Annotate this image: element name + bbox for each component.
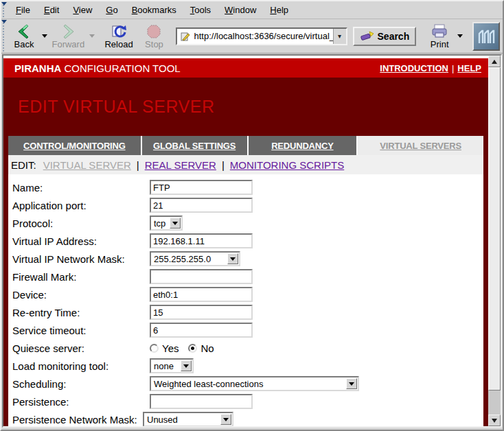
radio-circle-icon — [150, 344, 159, 353]
protocol-value: tcp — [151, 218, 170, 229]
form-row-scheduling: Scheduling: Weighted least-connections — [12, 375, 483, 393]
device-label: Device: — [12, 289, 150, 301]
menu-help[interactable]: Help — [263, 2, 295, 18]
toolbar-grippy[interactable] — [1, 1, 8, 19]
subnav-monitoring-scripts-link[interactable]: MONITORING SCRIPTS — [230, 159, 344, 171]
print-label: Print — [431, 40, 449, 49]
introduction-link[interactable]: INTRODUCTION — [380, 63, 448, 73]
url-dropdown-icon[interactable]: ▾ — [333, 29, 346, 44]
brand-primary: PIRANHA — [14, 62, 61, 74]
subnav-separator: | — [222, 159, 225, 171]
subnav-separator: | — [137, 159, 139, 171]
virtual-ip-mask-value: 255.255.255.0 — [151, 254, 227, 264]
forward-button[interactable]: Forward — [50, 21, 87, 52]
form-row-firewall-mark: Firewall Mark: — [12, 268, 483, 286]
scroll-up-button[interactable] — [488, 56, 501, 67]
reentry-time-label: Re-entry Time: — [12, 307, 150, 318]
quiesce-no-label: No — [201, 342, 214, 354]
persistence-mask-label: Persistence Network Mask: — [12, 414, 150, 426]
dropdown-arrow-icon — [170, 218, 181, 229]
content-band: CONTROL/MONITORING GLOBAL SETTINGS REDUN… — [3, 136, 488, 426]
quiesce-radio-group: Yes No — [150, 342, 220, 354]
vertical-scrollbar[interactable] — [488, 56, 501, 426]
quiesce-server-label: Quiesce server: — [12, 342, 150, 354]
firewall-mark-input[interactable] — [150, 269, 253, 284]
scheduling-select[interactable]: Weighted least-connections — [150, 376, 359, 391]
stop-icon — [145, 23, 163, 40]
tab-virtual-servers[interactable]: VIRTUAL SERVERS — [358, 136, 483, 155]
form-row-virtual-ip-mask: Virtual IP Network Mask: 255.255.255.0 — [12, 250, 483, 268]
virtual-ip-mask-select[interactable]: 255.255.255.0 — [150, 251, 240, 266]
page-title: EDIT VIRTUAL SERVER — [18, 97, 488, 117]
menu-view[interactable]: View — [66, 2, 99, 18]
load-monitoring-label: Load monitoring tool: — [12, 360, 150, 372]
tab-redundancy[interactable]: REDUNDANCY — [249, 136, 357, 155]
print-dropdown-icon[interactable] — [457, 34, 463, 38]
reentry-time-input[interactable] — [150, 305, 253, 320]
form-row-service-timeout: Service timeout: — [12, 321, 483, 339]
header-separator: | — [452, 63, 454, 73]
persistence-mask-value: Unused — [144, 415, 220, 425]
name-input[interactable] — [150, 180, 253, 195]
form-row-protocol: Protocol: tcp — [12, 214, 483, 232]
persistence-input[interactable] — [150, 394, 253, 409]
url-bar[interactable]: ▾ — [176, 27, 347, 45]
scrollbar-track[interactable] — [488, 67, 501, 415]
virtual-ip-label: Virtual IP Address: — [12, 235, 150, 247]
stop-button[interactable]: Stop — [139, 21, 169, 52]
form-row-reentry-time: Re-entry Time: — [12, 303, 483, 321]
menu-tools[interactable]: Tools — [183, 2, 218, 18]
menu-file[interactable]: File — [9, 2, 37, 18]
scroll-down-button[interactable] — [488, 415, 501, 426]
menu-bookmarks[interactable]: Bookmarks — [125, 2, 183, 18]
back-button[interactable]: Back — [9, 21, 39, 52]
persistence-mask-select[interactable]: Unused — [143, 412, 233, 426]
title-section: EDIT VIRTUAL SERVER — [3, 78, 488, 136]
firewall-mark-label: Firewall Mark: — [12, 271, 150, 283]
dropdown-arrow-icon — [346, 378, 357, 389]
virtual-ip-mask-label: Virtual IP Network Mask: — [12, 253, 150, 265]
help-link[interactable]: HELP — [457, 63, 481, 73]
back-dropdown-icon[interactable] — [42, 34, 47, 38]
protocol-label: Protocol: — [12, 218, 150, 229]
mozilla-logo-button[interactable] — [472, 22, 500, 51]
scrollbar-thumb[interactable] — [488, 67, 501, 391]
device-input[interactable] — [150, 287, 253, 302]
form-row-load-monitoring: Load monitoring tool: none — [12, 357, 483, 375]
search-button[interactable]: Search — [353, 27, 417, 46]
toolbar-grippy[interactable] — [1, 19, 8, 53]
form-row-application-port: Application port: — [12, 196, 483, 214]
quiesce-yes-radio[interactable]: Yes — [150, 342, 179, 354]
print-button[interactable]: Print — [424, 21, 455, 52]
navigation-toolbar: Back Forward Reload Stop — [1, 19, 503, 54]
url-input[interactable] — [194, 31, 332, 41]
search-label: Search — [378, 31, 410, 42]
dropdown-arrow-icon — [181, 360, 192, 371]
reload-button[interactable]: Reload — [103, 21, 135, 52]
tab-bar: CONTROL/MONITORING GLOBAL SETTINGS REDUN… — [8, 136, 483, 155]
quiesce-no-radio[interactable]: No — [188, 342, 214, 354]
menu-window[interactable]: Window — [218, 2, 263, 18]
subnav-real-server-link[interactable]: REAL SERVER — [145, 159, 216, 171]
forward-icon — [59, 23, 77, 40]
mozilla-m-icon — [474, 25, 498, 47]
protocol-select[interactable]: tcp — [150, 216, 183, 231]
virtual-ip-input[interactable] — [150, 233, 253, 248]
forward-dropdown-icon — [89, 34, 95, 38]
form-row-persistence-mask: Persistence Network Mask: Unused — [12, 410, 483, 426]
scheduling-label: Scheduling: — [12, 378, 150, 390]
tab-control-monitoring[interactable]: CONTROL/MONITORING — [8, 136, 141, 155]
application-port-label: Application port: — [12, 200, 150, 211]
application-port-input[interactable] — [150, 198, 253, 213]
load-monitoring-select[interactable]: none — [150, 358, 194, 373]
back-label: Back — [14, 40, 34, 49]
tab-global-settings[interactable]: GLOBAL SETTINGS — [142, 136, 247, 155]
form-row-persistence: Persistence: — [12, 393, 483, 410]
form-row-name: Name: — [12, 178, 483, 196]
menu-edit[interactable]: Edit — [37, 2, 66, 18]
menu-go[interactable]: Go — [99, 2, 124, 18]
service-timeout-input[interactable] — [150, 323, 253, 338]
subnav-prefix: EDIT: — [11, 159, 36, 171]
form-row-quiesce-server: Quiesce server: Yes No — [12, 339, 483, 357]
content-card: CONTROL/MONITORING GLOBAL SETTINGS REDUN… — [8, 136, 483, 426]
